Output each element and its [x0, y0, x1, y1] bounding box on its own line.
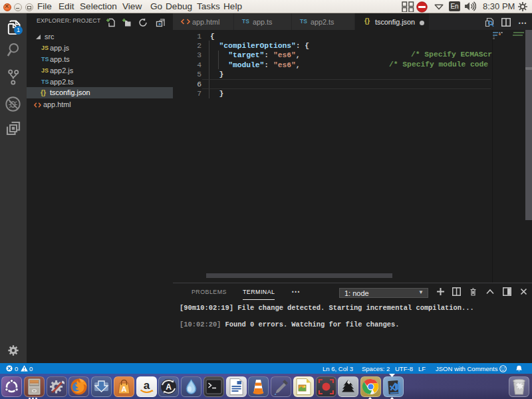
- svg-text:a: a: [143, 379, 150, 392]
- svg-text:A: A: [121, 385, 126, 393]
- svg-text:A: A: [166, 382, 172, 392]
